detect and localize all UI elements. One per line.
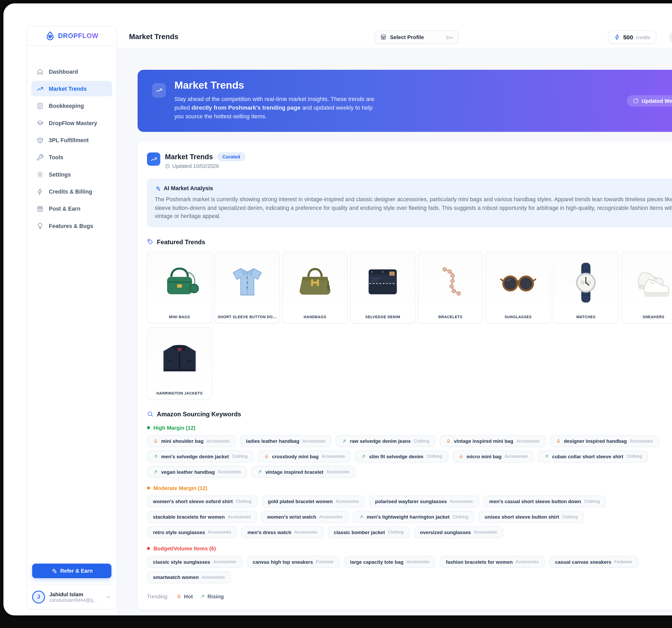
keyword-category: Accessories [450,499,473,504]
select-profile-button[interactable]: Select Profile 1/∞ [375,30,459,44]
keyword-text: crossbody mini bag [272,454,318,459]
keyword-chip[interactable]: classic bomber jacket Clothing [328,526,410,538]
featured-trends-heading: Featured Trends [147,238,672,245]
flame-icon [176,594,182,599]
trend-card[interactable]: SELVEDGE DENIM [350,251,415,323]
keyword-chip[interactable]: vintage inspired bracelet Accessories [251,466,355,478]
sidebar-item[interactable]: Settings [31,167,112,182]
hero-text: Market Trends Stay ahead of the competit… [174,79,379,121]
keyword-category: Footwear [316,559,334,564]
keyword-chip[interactable]: unisex short sleeve button shirt Clothin… [479,511,584,523]
keyword-chip[interactable]: smartwatch women Accessories [147,571,231,583]
trend-card-image [554,251,618,314]
keyword-chip[interactable]: casual canvas sneakers Footwear [549,556,638,568]
sidebar-item[interactable]: Features & Bugs [31,218,112,233]
keyword-chip[interactable]: micro mini bag Accessories [452,450,534,462]
sidebar-item[interactable]: Dashboard [31,64,112,79]
nav-item-label: 3PL Fulfillment [49,137,89,143]
trend-card[interactable]: WATCHES [553,251,619,323]
keyword-chip[interactable]: vintage inspired mini bag Accessories [440,435,546,447]
trend-icon [342,438,347,444]
keyword-chip[interactable]: slim fit selvedge denim Clothing [355,450,448,462]
chevron-down-icon[interactable] [105,594,112,600]
sidebar-item[interactable]: Post & Earn [31,201,112,217]
keyword-chip[interactable]: cuban collar short sleeve shirt Clothing [538,450,648,462]
keyword-chip[interactable]: canvas high top sneakers Footwear [247,556,340,568]
trend-card-image [147,251,212,314]
keyword-chip[interactable]: raw selvedge denim jeans Clothing [336,435,435,447]
keyword-chip[interactable]: mini shoulder bag Accessories [147,435,236,447]
keyword-chip[interactable]: fashion bracelets for women Accessories [440,556,545,568]
sidebar-item[interactable]: Credits & Billing [31,184,112,199]
trend-card[interactable]: MINI BAGS [147,251,212,323]
keyword-text: men's dress watch [247,530,291,535]
nav-item-label: Features & Bugs [49,222,93,229]
trend-card-label: SELVEDGE DENIM [351,314,415,323]
keyword-chip[interactable]: men's casual short sleeve button down Cl… [483,495,606,507]
legend-label: Trending: [147,593,169,599]
keyword-chip[interactable]: women's wrist watch Accessories [261,511,348,523]
trend-card[interactable]: SNEAKERS [621,251,672,323]
sidebar-item[interactable]: DropFlow Mastery [31,115,112,131]
keyword-chip[interactable]: women's short sleeve oxford shirt Clothi… [147,495,258,507]
keyword-chip[interactable]: crossbody mini bag Accessories [258,450,351,462]
keyword-chip[interactable]: polarised wayfarer sunglasses Accessorie… [369,495,479,507]
trend-icon [361,454,366,459]
keyword-text: designer inspired handbag [564,438,627,444]
updated-weekly-pill: Updated Weekly [627,95,672,106]
trend-card[interactable]: HARRINGTON JACKETS [147,327,212,400]
user-meta: Jahidul Islam zahidulislam8464@g... [49,591,97,602]
trend-card[interactable]: BRACELETS [418,251,483,323]
keyword-chip[interactable]: stackable bracelets for women Accessorie… [147,511,257,523]
keyword-chip[interactable]: vegan leather handbag Accessories [147,466,247,478]
trend-icon [556,438,561,444]
legend-hot: Hot [176,593,193,599]
keyword-category: Clothing [453,514,468,519]
nav-item-label: Settings [49,171,71,177]
sidebar-item[interactable]: Tools [31,150,112,165]
keyword-text: vegan leather handbag [161,469,215,475]
refer-earn-button[interactable]: Refer & Earn [32,564,111,578]
trend-card[interactable]: HANDBAGS [283,251,347,323]
keyword-text: stackable bracelets for women [153,514,225,520]
keyword-chip[interactable]: ladies leather handbag Accessories [240,435,332,447]
trend-icon [544,454,549,459]
green-dot-icon [147,426,150,429]
sidebar-item[interactable]: Bookkeeping [31,98,112,114]
keyword-text: raw selvedge denim jeans [350,438,411,444]
credits-value: 500 [623,33,633,41]
keyword-chip[interactable]: gold plated bracelet women Accessories [262,495,365,507]
keyword-category: Clothing [584,499,600,504]
app-stage: DROPFLOW Dashboard Market Trends [0,0,672,628]
trend-card-label: HARRINGTON JACKETS [147,390,212,399]
trend-card-image [215,251,280,314]
keyword-category: Clothing [426,454,442,459]
keyword-chip[interactable]: retro style sunglasses Accessories [147,526,237,538]
sidebar-spacer [27,235,117,563]
user-menu[interactable]: J Jahidul Islam zahidulislam8464@g... [27,584,117,609]
group-label-moderate-margin: Moderate Margin (12) [147,485,672,491]
keyword-chip[interactable]: men's lightweight harrington jacket Clot… [353,511,474,523]
trend-icon [152,83,166,98]
keyword-chip[interactable]: oversized sunglasses Accessories [414,526,503,538]
trends-board: Market Trends Curated Updated 10/02/2026… [138,142,672,610]
trend-card[interactable]: SHORT SLEEVE BUTTON DOW... [215,251,280,323]
keyword-chip[interactable]: large capacity tote bag Accessories [344,556,436,568]
keyword-chip[interactable]: men's dress watch Accessories [241,526,323,538]
keyword-category: Clothing [232,454,247,459]
trend-card-label: BRACELETS [418,314,482,323]
curated-badge: Curated [217,152,245,161]
trial-pill[interactable]: Tri [669,31,672,43]
credits-badge[interactable]: 500 credits [608,30,656,44]
keyword-chip[interactable]: designer inspired handbag Accessories [550,435,659,447]
sidebar-item[interactable]: Market Trends [31,81,112,97]
trend-icon [147,152,160,166]
sidebar-item[interactable]: 3PL Fulfillment [31,132,112,148]
trend-card-label: WATCHES [554,314,618,323]
lightning-icon [614,34,621,40]
keyword-chip[interactable]: classic style sunglasses Accessories [147,556,242,568]
keyword-category: Clothing [562,514,578,519]
keyword-chip[interactable]: men's selvedge denim jacket Clothing [147,450,254,462]
trend-card[interactable]: SUNGLASSES [486,251,551,323]
avatar-initial: J [37,594,40,600]
